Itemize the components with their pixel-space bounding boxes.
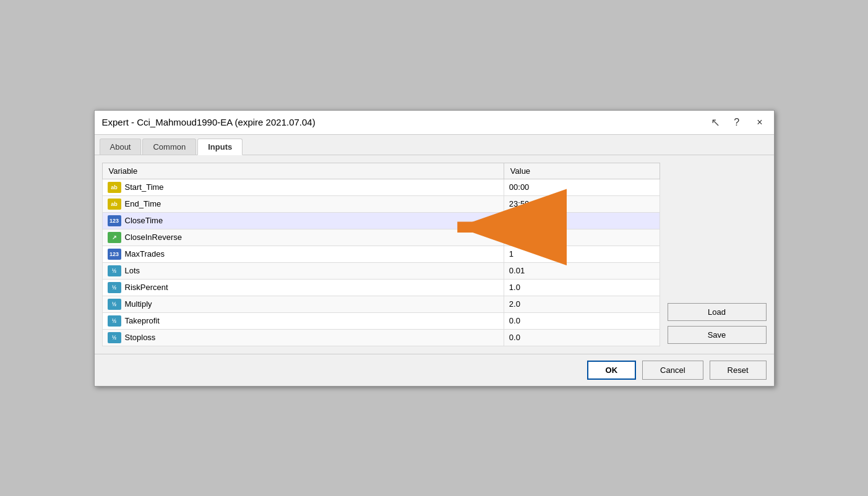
variable-cell: ½ Takeprofit (102, 312, 504, 329)
table-row[interactable]: ½ Takeprofit 0.0 (102, 312, 660, 329)
value-cell[interactable]: 0.0 (504, 329, 660, 346)
value-cell[interactable]: true (504, 229, 660, 246)
help-button[interactable]: ? (730, 116, 743, 129)
table-container: Variable Value ab Start_Time 00:00 ab (102, 163, 660, 346)
table-row[interactable]: ½ RiskPercent 1.0 (102, 279, 660, 296)
params-table: Variable Value ab Start_Time 00:00 ab (102, 163, 660, 346)
table-row[interactable]: ab End_Time 23:59 (102, 195, 660, 212)
variable-cell: ½ RiskPercent (102, 279, 504, 296)
value-cell[interactable]: 1.0 (504, 279, 660, 296)
variable-cell: 123 CloseTime (102, 212, 504, 229)
value-cell[interactable]: 1 (504, 246, 660, 262)
table-row[interactable]: ½ Lots 0.01 (102, 262, 660, 279)
tab-inputs[interactable]: Inputs (197, 139, 243, 155)
variable-name: RiskPercent (125, 283, 168, 292)
table-section: Variable Value ab Start_Time 00:00 ab (102, 163, 660, 346)
ok-button[interactable]: OK (587, 361, 637, 380)
table-row[interactable]: 123 MaxTrades 1 (102, 246, 660, 262)
expert-dialog: Expert - Cci_Mahmoud1990-EA (expire 2021… (94, 110, 775, 387)
table-row[interactable]: ½ Stoploss 0.0 (102, 329, 660, 346)
variable-cell: ↗ CloseInReverse (102, 229, 504, 246)
col-value-header: Value (504, 163, 660, 179)
close-button[interactable]: × (753, 116, 766, 129)
variable-name: Stoploss (125, 333, 156, 342)
type-icon: ½ (108, 315, 121, 327)
variable-name: End_Time (125, 199, 161, 208)
title-bar-right: ↖ ? × (711, 116, 766, 129)
side-panel: Load Save (668, 163, 767, 346)
title-bar: Expert - Cci_Mahmoud1990-EA (expire 2021… (95, 111, 774, 135)
table-row[interactable]: 123 CloseTime 999 (102, 212, 660, 229)
type-icon: ab (108, 199, 121, 210)
variable-name: CloseInReverse (125, 233, 183, 242)
variable-name: Multiply (125, 299, 152, 309)
save-button[interactable]: Save (668, 326, 767, 344)
tab-common[interactable]: Common (142, 139, 196, 155)
variable-cell: ½ Lots (102, 262, 504, 279)
value-cell[interactable]: 999 (504, 212, 660, 229)
table-row[interactable]: ab Start_Time 00:00 (102, 179, 660, 195)
type-icon: 123 (108, 215, 121, 226)
title-bar-left: Expert - Cci_Mahmoud1990-EA (expire 2021… (102, 117, 316, 127)
variable-name: Takeprofit (125, 316, 160, 325)
variable-cell: 123 MaxTrades (102, 246, 504, 262)
value-cell[interactable]: 23:59 (504, 195, 660, 212)
cancel-button[interactable]: Cancel (642, 361, 703, 380)
type-icon: ½ (108, 282, 121, 293)
variable-cell: ab End_Time (102, 195, 504, 212)
type-icon: ½ (108, 265, 121, 276)
variable-name: Start_Time (125, 182, 164, 192)
load-button[interactable]: Load (668, 303, 767, 321)
variable-cell: ½ Multiply (102, 296, 504, 312)
table-row[interactable]: ↗ CloseInReverse true (102, 229, 660, 246)
type-icon: ab (108, 182, 121, 193)
variable-cell: ab Start_Time (102, 179, 504, 195)
dialog-body: Variable Value ab Start_Time 00:00 ab (95, 155, 774, 354)
reset-button[interactable]: Reset (710, 361, 767, 380)
col-variable-header: Variable (102, 163, 504, 179)
table-wrapper[interactable]: Variable Value ab Start_Time 00:00 ab (102, 163, 660, 346)
variable-name: MaxTrades (125, 249, 165, 259)
type-icon: ↗ (108, 232, 121, 243)
value-cell[interactable]: 2.0 (504, 296, 660, 312)
value-cell[interactable]: 0.0 (504, 312, 660, 329)
window-title: Expert - Cci_Mahmoud1990-EA (expire 2021… (102, 117, 316, 127)
table-row[interactable]: ½ Multiply 2.0 (102, 296, 660, 312)
dialog-footer: OK Cancel Reset (95, 354, 774, 386)
tab-about[interactable]: About (100, 139, 142, 155)
type-icon: ½ (108, 299, 121, 310)
tabs-bar: About Common Inputs (95, 135, 774, 155)
type-icon: 123 (108, 249, 121, 260)
type-icon: ½ (108, 332, 121, 343)
variable-cell: ½ Stoploss (102, 329, 504, 346)
value-cell[interactable]: 00:00 (504, 179, 660, 195)
variable-name: CloseTime (125, 216, 163, 225)
cursor-icon: ↖ (711, 116, 720, 129)
variable-name: Lots (125, 266, 140, 275)
value-cell[interactable]: 0.01 (504, 262, 660, 279)
